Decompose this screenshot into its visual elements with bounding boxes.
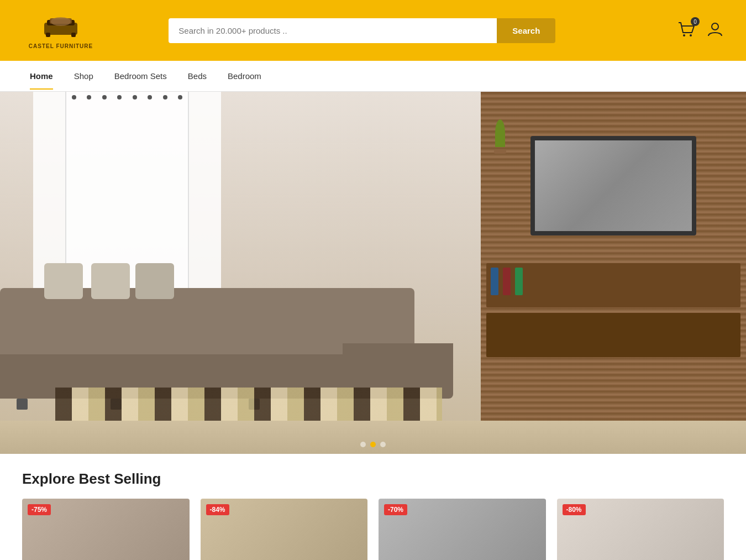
nav-item-bedroom-sets[interactable]: Bedroom Sets <box>107 62 175 90</box>
carousel-dot-1[interactable] <box>360 442 366 447</box>
cart-badge: 0 <box>691 17 700 26</box>
discount-badge-2: -84% <box>206 504 229 515</box>
search-input[interactable] <box>169 18 497 43</box>
best-selling-section: Explore Best Selling -75% -84% -70% -80% <box>0 454 746 560</box>
search-button[interactable]: Search <box>497 18 555 43</box>
logo-icon <box>41 12 80 42</box>
products-grid: -75% -84% -70% -80% <box>22 499 724 560</box>
nav-item-home[interactable]: Home <box>22 62 61 90</box>
svg-point-5 <box>51 17 71 26</box>
plant <box>492 119 508 164</box>
room-scene <box>0 92 746 454</box>
svg-point-8 <box>712 23 718 30</box>
tv-shelf-2 <box>486 313 740 357</box>
tv <box>530 136 696 235</box>
logo[interactable]: CASTEL FURNITURE <box>22 12 99 49</box>
pillow-1 <box>44 263 83 299</box>
header-icons: 0 <box>677 20 724 40</box>
hero-banner <box>0 92 746 454</box>
tv-shelf-1 <box>486 263 740 307</box>
user-icon <box>706 20 724 38</box>
svg-point-7 <box>690 34 692 36</box>
nav-item-beds[interactable]: Beds <box>180 62 214 90</box>
user-button[interactable] <box>706 20 724 40</box>
pillow-3 <box>135 263 174 299</box>
product-card-4[interactable]: -80% <box>557 499 724 560</box>
tv-wall <box>481 92 746 454</box>
product-card-2[interactable]: -84% <box>201 499 368 560</box>
discount-badge-1: -75% <box>28 504 51 515</box>
header: CASTEL FURNITURE Search 0 <box>0 0 746 61</box>
carousel-dot-3[interactable] <box>380 442 386 447</box>
product-card-3[interactable]: -70% <box>379 499 546 560</box>
logo-text: CASTEL FURNITURE <box>29 43 93 49</box>
section-title: Explore Best Selling <box>22 470 724 488</box>
nav-item-shop[interactable]: Shop <box>66 62 101 90</box>
nav-item-bedroom[interactable]: Bedroom <box>220 62 269 90</box>
svg-point-6 <box>683 34 685 36</box>
tv-screen <box>535 140 692 231</box>
search-area: Search <box>169 18 555 43</box>
discount-badge-3: -70% <box>384 504 407 515</box>
cart-button[interactable]: 0 <box>677 20 695 40</box>
product-card-1[interactable]: -75% <box>22 499 190 560</box>
carousel-dots <box>360 442 386 447</box>
main-nav: Home Shop Bedroom Sets Beds Bedroom <box>0 61 746 92</box>
carousel-dot-2[interactable] <box>370 442 376 447</box>
discount-badge-4: -80% <box>563 504 586 515</box>
svg-rect-2 <box>46 33 50 37</box>
pillow-2 <box>91 263 130 299</box>
svg-rect-3 <box>71 33 76 37</box>
floor <box>0 421 746 454</box>
sofa-leg-1 <box>17 399 28 410</box>
